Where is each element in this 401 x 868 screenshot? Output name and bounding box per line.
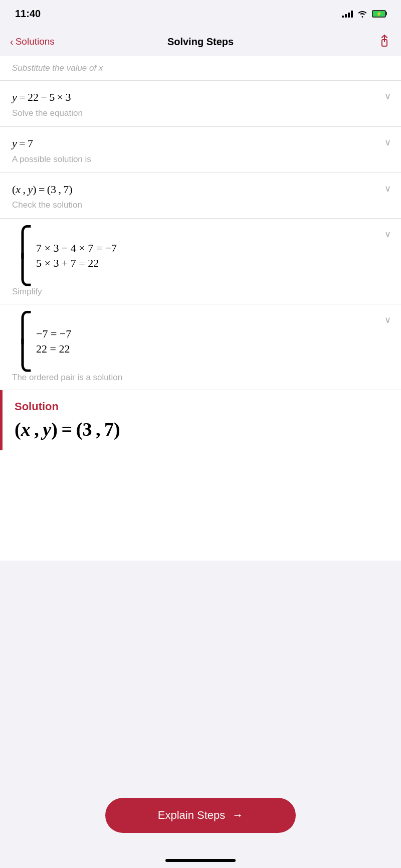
solution-label: Solution: [15, 400, 389, 413]
step-2-desc: A possible solution is: [12, 154, 389, 164]
step-3-desc: Check the solution: [12, 200, 389, 210]
explain-steps-label: Explain Steps: [158, 809, 226, 822]
wifi-icon: [357, 10, 368, 18]
solution-formula: (x , y) = (3 , 7): [15, 418, 389, 440]
step-5-line1: −7 = −7: [36, 327, 71, 340]
step-4-chevron-icon: ∨: [384, 229, 391, 240]
step-4[interactable]: ⎧⎩ 7 × 3 − 4 × 7 = −7 5 × 3 + 7 = 22 Sim…: [0, 219, 401, 304]
step-4-desc: Simplify: [12, 287, 389, 297]
back-button[interactable]: ‹ Solutions: [10, 36, 55, 48]
status-icons: ⚡: [342, 10, 386, 18]
step-2-chevron-icon: ∨: [384, 137, 391, 148]
step-5-line2: 22 = 22: [36, 342, 71, 356]
status-time: 11:40: [15, 8, 41, 20]
page-title: Solving Steps: [167, 36, 234, 48]
step-4-line1: 7 × 3 − 4 × 7 = −7: [36, 242, 117, 255]
step-5-formula: ⎧⎩ −7 = −7 22 = 22: [12, 313, 389, 370]
status-bar: 11:40 ⚡: [0, 0, 401, 27]
nav-bar: ‹ Solutions Solving Steps: [0, 27, 401, 56]
home-indicator: [165, 859, 236, 862]
solution-block: Solution (x , y) = (3 , 7): [0, 390, 401, 450]
step-1-desc: Solve the equation: [12, 108, 389, 118]
back-label: Solutions: [16, 36, 55, 47]
share-button[interactable]: [378, 34, 391, 50]
step-2[interactable]: y = 7 A possible solution is ∨: [0, 127, 401, 173]
step-3-formula: (x , y) = (3 , 7): [12, 182, 389, 198]
step-5-chevron-icon: ∨: [384, 314, 391, 325]
explain-steps-button[interactable]: Explain Steps →: [105, 798, 296, 833]
content-area: Substitute the value of x y = 22 − 5 × 3…: [0, 56, 401, 561]
explain-steps-container: Explain Steps →: [0, 798, 401, 833]
step-1-chevron-icon: ∨: [384, 91, 391, 102]
step-4-line2: 5 × 3 + 7 = 22: [36, 257, 117, 270]
step-4-formula: ⎧⎩ 7 × 3 − 4 × 7 = −7 5 × 3 + 7 = 22: [12, 228, 389, 284]
step-5[interactable]: ⎧⎩ −7 = −7 22 = 22 The ordered pair is a…: [0, 304, 401, 390]
back-chevron-icon: ‹: [10, 36, 14, 48]
signal-icon: [342, 10, 353, 18]
step-1[interactable]: y = 22 − 5 × 3 Solve the equation ∨: [0, 81, 401, 127]
step-3-chevron-icon: ∨: [384, 183, 391, 194]
step-5-desc: The ordered pair is a solution: [12, 373, 389, 383]
share-icon: [378, 34, 391, 48]
spacer: [0, 450, 401, 561]
battery-icon: ⚡: [372, 10, 386, 18]
step-3[interactable]: (x , y) = (3 , 7) Check the solution ∨: [0, 173, 401, 219]
explain-steps-arrow-icon: →: [232, 809, 243, 822]
step-1-formula: y = 22 − 5 × 3: [12, 90, 389, 105]
truncated-text: Substitute the value of x: [12, 63, 103, 73]
step-truncated: Substitute the value of x: [0, 56, 401, 81]
step-2-formula: y = 7: [12, 136, 389, 151]
